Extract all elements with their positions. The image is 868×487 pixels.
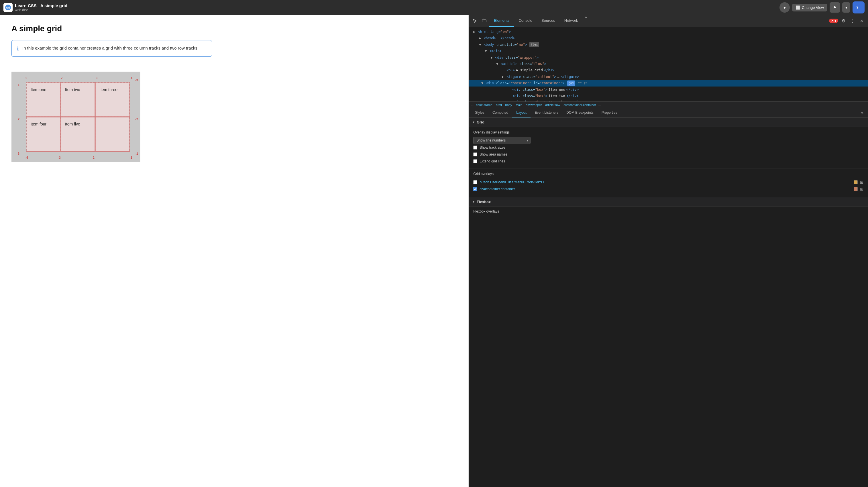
info-icon: ℹ bbox=[17, 45, 19, 52]
sub-tabs-more[interactable]: » bbox=[859, 108, 866, 117]
bc-html[interactable]: html bbox=[495, 103, 503, 107]
overlay-settings: Overlay display settings Show line numbe… bbox=[469, 127, 868, 169]
grid-num-left-1: 1 bbox=[18, 83, 20, 87]
dom-line-main[interactable]: ▼ <main> bbox=[469, 48, 868, 54]
grid-section-header[interactable]: ▼ Grid bbox=[469, 118, 868, 127]
dom-line-box2[interactable]: <div class="box">Item two</div> bbox=[469, 93, 868, 99]
close-icon: ✕ bbox=[860, 19, 863, 23]
grid-item-label-4: Item four bbox=[31, 122, 46, 126]
breadcrumb-dots: ... bbox=[471, 103, 473, 106]
show-area-names-label[interactable]: Show area names bbox=[479, 152, 507, 156]
grid-num-top-2: 2 bbox=[61, 76, 62, 80]
dom-line-h1[interactable]: <h1>A simple grid</h1> bbox=[469, 67, 868, 73]
flexbox-section-arrow: ▼ bbox=[472, 200, 475, 204]
grid-item-label-5: Item five bbox=[65, 122, 80, 126]
bc-body[interactable]: body bbox=[504, 103, 513, 107]
subtab-styles[interactable]: Styles bbox=[471, 108, 489, 117]
layout-panel[interactable]: ▼ Grid Overlay display settings Show lin… bbox=[469, 118, 868, 487]
grid-item-2: Item two bbox=[61, 83, 95, 117]
dom-line-html[interactable]: ▶ <html lang="en"> bbox=[469, 29, 868, 35]
grid-num-left-2: 2 bbox=[18, 117, 20, 121]
preview-heading: A simple grid bbox=[11, 24, 212, 33]
subtab-dom-breakpoints[interactable]: DOM Breakpoints bbox=[562, 108, 597, 117]
dom-line-box1[interactable]: <div class="box">Item one</div> bbox=[469, 87, 868, 93]
show-track-sizes-label[interactable]: Show track sizes bbox=[479, 146, 505, 150]
device-toggle-button[interactable] bbox=[480, 17, 488, 25]
view-dropdown-button[interactable]: ▾ bbox=[842, 2, 850, 12]
bookmark-button[interactable]: ⚑ bbox=[830, 2, 840, 12]
tabs-more[interactable]: » bbox=[582, 15, 589, 27]
vertical-dots-icon: ⋮ bbox=[850, 18, 855, 24]
heart-icon: ♥ bbox=[783, 5, 786, 10]
subtab-properties[interactable]: Properties bbox=[597, 108, 621, 117]
top-bar: wd Learn CSS - A simple grid web.dev ♥ ⬜… bbox=[0, 0, 868, 15]
dom-line-figure[interactable]: ▶ <figure class="callout"> … </figure> bbox=[469, 73, 868, 80]
error-badge: ✕ 1 bbox=[829, 19, 838, 23]
bc-result-iframe[interactable]: esult-iframe bbox=[475, 103, 493, 107]
dom-line-article[interactable]: ▼ <article class="flow"> bbox=[469, 61, 868, 67]
flexbox-overlays: Flexbox overlays bbox=[469, 207, 868, 216]
grid-item-5: Item five bbox=[61, 117, 95, 151]
dom-tree[interactable]: ▶ <html lang="en"> ▶ <head> … </head> ▼ … bbox=[469, 27, 868, 101]
overlay-2-label[interactable]: div#container.container bbox=[479, 187, 851, 191]
show-area-names-row: Show area names bbox=[473, 151, 863, 158]
overlay-2-grid-icon[interactable]: ⊞ bbox=[860, 187, 863, 191]
close-devtools-button[interactable]: ✕ bbox=[858, 17, 866, 25]
overlay-1-grid-icon[interactable]: ⊞ bbox=[860, 180, 863, 184]
bookmark-icon: ⚑ bbox=[833, 5, 836, 10]
subtab-layout[interactable]: Layout bbox=[512, 108, 531, 117]
extend-grid-lines-checkbox[interactable] bbox=[473, 159, 477, 163]
tab-network[interactable]: Network bbox=[560, 15, 583, 27]
dom-line-body[interactable]: ▼ <body translate="no"> flex bbox=[469, 41, 868, 48]
extend-grid-lines-label[interactable]: Extend grid lines bbox=[479, 159, 505, 163]
overlay-2-color-swatch[interactable] bbox=[854, 187, 858, 191]
overlay-settings-label: Overlay display settings bbox=[473, 130, 863, 134]
bc-container[interactable]: div#container.container bbox=[562, 103, 597, 107]
line-numbers-dropdown[interactable]: Show line numbers Show track sizes Show … bbox=[473, 136, 531, 144]
grid-num-top-neg3: -3 bbox=[135, 79, 138, 82]
dom-line-container[interactable]: ... ▼ <div class="container" id="contain… bbox=[469, 80, 868, 86]
dom-line-box3[interactable]: <div class="box">Item three</div> bbox=[469, 99, 868, 101]
terminal-icon: ❯_ bbox=[856, 5, 861, 10]
overlay-1-checkbox[interactable] bbox=[473, 180, 477, 184]
dom-line-head[interactable]: ▶ <head> … </head> bbox=[469, 35, 868, 41]
change-view-label: Change View bbox=[802, 5, 824, 10]
settings-button[interactable]: ⚙ bbox=[839, 17, 847, 25]
overlay-1-label[interactable]: button.UserMenu_userMenuButton-2eiYO bbox=[479, 180, 851, 184]
bc-article-flow[interactable]: article.flow bbox=[544, 103, 561, 107]
show-area-names-checkbox[interactable] bbox=[473, 152, 477, 156]
grid-section-arrow: ▼ bbox=[472, 121, 475, 124]
bc-end-dots: ... bbox=[598, 103, 601, 106]
bc-div-wrapper[interactable]: div.wrapper bbox=[525, 103, 543, 107]
grid-item-4: Item four bbox=[26, 117, 61, 151]
error-count: 1 bbox=[835, 19, 836, 23]
terminal-button[interactable]: ❯_ bbox=[852, 1, 865, 13]
show-track-sizes-checkbox[interactable] bbox=[473, 146, 477, 150]
heart-button[interactable]: ♥ bbox=[779, 2, 790, 12]
more-options-button[interactable]: ⋮ bbox=[848, 17, 857, 25]
bc-main[interactable]: main bbox=[514, 103, 523, 107]
change-view-button[interactable]: ⬜ Change View bbox=[792, 4, 827, 11]
overlay-2-checkbox[interactable] bbox=[473, 187, 477, 191]
overlay-1-color-swatch[interactable] bbox=[854, 180, 858, 184]
grid-num-bot-neg3: -3 bbox=[58, 156, 61, 159]
devtools-pane: Elements Console Sources Network » ✕ 1 ⚙… bbox=[469, 15, 868, 487]
subtab-computed[interactable]: Computed bbox=[489, 108, 512, 117]
toggle-html[interactable]: ▶ bbox=[473, 29, 477, 35]
chevron-down-icon: ▾ bbox=[845, 5, 847, 10]
grid-badge: grid bbox=[567, 81, 575, 86]
dom-line-div-wrapper[interactable]: ▼ <div class="wrapper"> bbox=[469, 55, 868, 61]
flexbox-section-header[interactable]: ▼ Flexbox bbox=[469, 197, 868, 207]
flexbox-section-title: Flexbox bbox=[477, 200, 491, 204]
grid-num-bot-neg2: -2 bbox=[92, 156, 95, 159]
tab-console[interactable]: Console bbox=[514, 15, 537, 27]
grid-overlays-section: Grid overlays button.UserMenu_userMenuBu… bbox=[469, 169, 868, 196]
grid-demo: 1 2 3 4 -3 1 2 3 -2 -1 -4 bbox=[11, 71, 141, 162]
monitor-icon: ⬜ bbox=[796, 5, 800, 10]
error-x-icon: ✕ bbox=[831, 19, 834, 23]
inspect-element-button[interactable] bbox=[471, 17, 479, 25]
tab-elements[interactable]: Elements bbox=[489, 15, 514, 27]
grid-item-label-3: Item three bbox=[99, 87, 118, 92]
tab-sources[interactable]: Sources bbox=[537, 15, 560, 27]
subtab-event-listeners[interactable]: Event Listeners bbox=[531, 108, 562, 117]
